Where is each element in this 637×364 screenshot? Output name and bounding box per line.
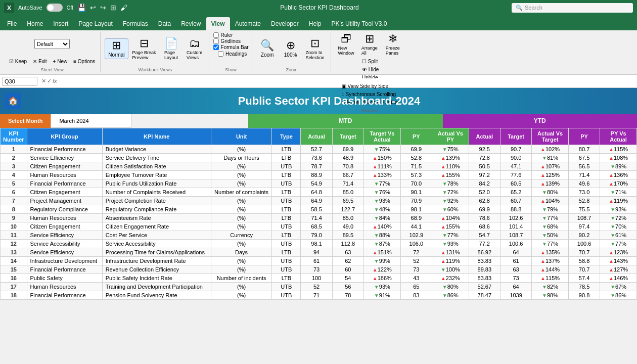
col-mtd-actual: Actual xyxy=(301,128,332,145)
page-layout-button[interactable]: 📄 PageLayout xyxy=(160,37,183,61)
kpi-table-wrapper[interactable]: KPINumber KPI Group KPI Name Unit Type A… xyxy=(0,128,637,364)
tab-formulas[interactable]: Formulas xyxy=(118,17,153,30)
kpi-table: KPINumber KPI Group KPI Name Unit Type A… xyxy=(0,128,637,300)
zoom-buttons: 🔍 Zoom ⊕ 100% ⊡ Zoom toSelection xyxy=(256,32,328,65)
gridlines-checkbox-row[interactable]: Gridlines xyxy=(213,38,249,44)
tab-file[interactable]: File xyxy=(2,17,22,30)
gridlines-checkbox[interactable] xyxy=(213,38,219,44)
cell-mtd-avspy: ▲119% xyxy=(432,257,469,265)
tab-view[interactable]: View xyxy=(206,17,230,30)
tab-insert[interactable]: Insert xyxy=(48,17,73,30)
table-row: 7 Project Management Project Completion … xyxy=(1,197,637,205)
exit-button[interactable]: ✕ Exit xyxy=(31,58,49,65)
cell-mtd-py: 57.3 xyxy=(400,171,432,179)
ribbon-group-sheet-view: Default ☑ Keep ✕ Exit + New ≡ Options Sh… xyxy=(4,32,101,72)
normal-label: Normal xyxy=(108,52,124,58)
insert-function-icon[interactable]: fx xyxy=(53,78,57,84)
headings-checkbox[interactable] xyxy=(218,51,223,57)
normal-view-button[interactable]: ⊞ Normal xyxy=(105,38,128,59)
save-icon[interactable]: 💾 xyxy=(77,4,86,12)
options-button[interactable]: ≡ Options xyxy=(71,58,97,65)
cell-mtd-target: 56 xyxy=(332,283,363,291)
cell-mtd-py: 70.9 xyxy=(400,197,432,205)
zoom-100-icon: ⊕ xyxy=(286,40,295,51)
cell-ytd-py: 52.8 xyxy=(568,197,600,205)
table-row: 8 Regulatory Compliance Regulatory Compl… xyxy=(1,205,637,214)
cell-reference-input[interactable] xyxy=(2,77,37,86)
cell-ytd-actual: 83.83 xyxy=(469,257,500,265)
cell-mtd-actual: 88.9 xyxy=(301,171,332,179)
cell-mtd-target: 62 xyxy=(332,257,363,265)
table-row: 2 Service Efficiency Service Delivery Ti… xyxy=(1,154,637,162)
redo-icon[interactable]: ↪ xyxy=(100,4,106,12)
tab-pk-utility[interactable]: PK's Utility Tool V3.0 xyxy=(326,17,392,30)
cell-ytd-target: 88.8 xyxy=(500,205,531,214)
cell-ytd-py: 70.7 xyxy=(568,248,600,257)
custom-views-button[interactable]: 🗂 CustomViews xyxy=(184,37,206,61)
undo-icon[interactable]: ↩ xyxy=(90,4,96,12)
keep-button[interactable]: ☑ Keep xyxy=(7,58,29,65)
cell-mtd-tva: ▼91% xyxy=(364,291,401,300)
freeze-panes-button[interactable]: ❄ FreezePanes xyxy=(382,32,404,57)
cell-mtd-avspy: ▼75% xyxy=(432,145,469,154)
document-title: Public Sector KPI Dashboard xyxy=(131,4,508,11)
hide-button[interactable]: 👁 Hide xyxy=(360,66,381,73)
sheet-view-dropdown[interactable]: Default xyxy=(34,39,70,49)
ruler-checkbox-row[interactable]: Ruler xyxy=(213,32,249,38)
confirm-formula-icon[interactable]: ✓ xyxy=(47,78,52,84)
zoom-selection-button[interactable]: ⊡ Zoom toSelection xyxy=(303,37,328,61)
cell-kpi-num: 12 xyxy=(1,240,27,248)
new-view-button[interactable]: + New xyxy=(51,58,70,65)
cell-ytd-py: 49.6 xyxy=(568,179,600,188)
table-row: 16 Public Safety Public Safety Incident … xyxy=(1,274,637,283)
cell-ytd-target: 61 xyxy=(500,257,531,265)
split-button[interactable]: ☐ Split xyxy=(360,58,381,65)
search-box[interactable]: 🔍 Search xyxy=(512,3,633,13)
cell-ytd-actual: 86.92 xyxy=(469,248,500,257)
cell-ytd-py: 57.4 xyxy=(568,274,600,283)
cell-mtd-target: 66.7 xyxy=(332,171,363,179)
paint-icon[interactable]: 🖌 xyxy=(120,4,127,12)
cell-mtd-tva: ▼77% xyxy=(364,179,401,188)
cell-unit: (%) xyxy=(211,171,271,179)
cell-mtd-tva: ▼93% xyxy=(364,197,401,205)
home-button[interactable]: 🏠 xyxy=(5,93,21,109)
ribbon-group-show: Ruler Gridlines Formula Bar Headings Sho… xyxy=(210,32,252,72)
cancel-formula-icon[interactable]: ✕ xyxy=(41,78,46,84)
cell-mtd-target: 85.0 xyxy=(332,188,363,197)
tab-automate[interactable]: Automate xyxy=(230,17,266,30)
formula-bar-checkbox-row[interactable]: Formula Bar xyxy=(213,44,249,50)
cell-unit: (%) xyxy=(211,240,271,248)
select-month-button[interactable]: Select Month xyxy=(0,114,51,128)
table-row: 18 Financial Performance Pension Fund So… xyxy=(1,291,637,300)
cell-kpi-num: 3 xyxy=(1,162,27,171)
headings-checkbox-row[interactable]: Headings xyxy=(218,51,247,57)
grid-icon[interactable]: ⊞ xyxy=(110,4,116,12)
tab-developer[interactable]: Developer xyxy=(266,17,304,30)
page-break-button[interactable]: ⊟ Page BreakPreview xyxy=(129,37,159,61)
cell-ytd-tvat: ▲115% xyxy=(532,274,569,283)
arrange-all-button[interactable]: ⊞ ArrangeAll xyxy=(358,32,381,57)
cell-type: LTB xyxy=(272,188,301,197)
tab-home[interactable]: Home xyxy=(22,17,48,30)
zoom-button[interactable]: 🔍 Zoom xyxy=(256,39,279,59)
formula-input[interactable] xyxy=(61,78,635,84)
cell-mtd-avspy: ▼72% xyxy=(432,188,469,197)
month-value[interactable]: March 2024 xyxy=(51,114,131,128)
cell-ytd-tvat: ▼77% xyxy=(532,214,569,222)
freeze-label: FreezePanes xyxy=(386,46,400,56)
tab-help[interactable]: Help xyxy=(304,17,327,30)
formula-bar-checkbox[interactable] xyxy=(213,44,219,50)
tab-data[interactable]: Data xyxy=(153,17,176,30)
cell-kpi-num: 9 xyxy=(1,214,27,222)
cell-mtd-avspy: ▲155% xyxy=(432,171,469,179)
tab-page-layout[interactable]: Page Layout xyxy=(73,17,117,30)
new-window-button[interactable]: 🗗 NewWindow xyxy=(335,32,357,57)
cell-ytd-actual: 68.6 xyxy=(469,222,500,231)
zoom-100-button[interactable]: ⊕ 100% xyxy=(280,39,302,59)
formula-icons: ✕ ✓ fx xyxy=(39,78,59,84)
autosave-toggle[interactable] xyxy=(47,4,63,12)
ruler-checkbox[interactable] xyxy=(213,32,219,38)
cell-mtd-tva: ▼48% xyxy=(364,205,401,214)
tab-review[interactable]: Review xyxy=(176,17,206,30)
